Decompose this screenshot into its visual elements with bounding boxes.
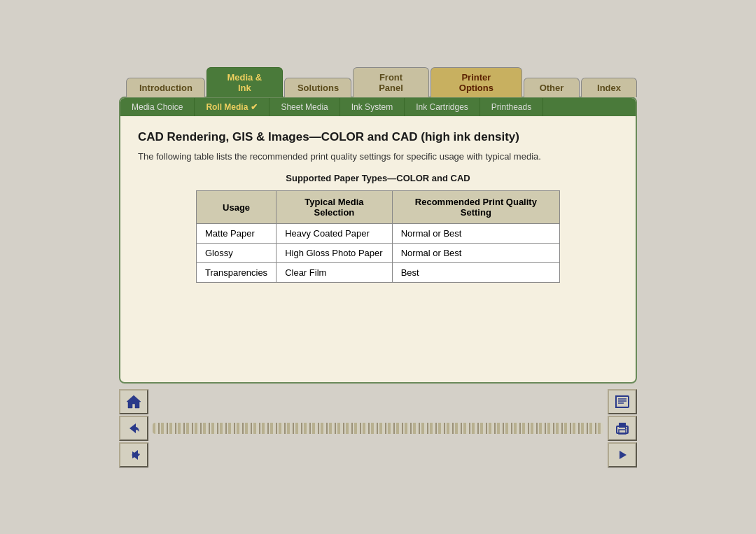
svg-point-10 (625, 428, 626, 429)
cell-media-2: High Gloss Photo Paper (276, 244, 393, 263)
table-title: Supported Paper Types—COLOR and CAD (138, 173, 618, 183)
back-icon (125, 421, 142, 436)
tab-front-panel[interactable]: Front Panel (353, 67, 428, 97)
tab-index[interactable]: Index (581, 78, 637, 97)
cell-quality-1: Normal or Best (392, 224, 559, 244)
col-header-media: Typical Media Selection (276, 191, 393, 224)
page-content: CAD Rendering, GIS & Images—COLOR and CA… (120, 116, 636, 382)
tab-solutions[interactable]: Solutions (284, 78, 351, 97)
svg-rect-8 (619, 423, 626, 428)
cell-media-1: Heavy Coated Paper (276, 224, 393, 244)
main-container: Introduction Media & Ink Solutions Front… (119, 66, 637, 468)
paper-types-table: Usage Typical Media Selection Recommende… (196, 190, 560, 283)
col-header-usage: Usage (197, 191, 276, 224)
sub-tab-sheet-media[interactable]: Sheet Media (270, 98, 340, 116)
cell-usage-1: Matte Paper (197, 224, 276, 244)
tab-media-ink[interactable]: Media & Ink (206, 67, 283, 97)
contents-icon (614, 394, 631, 409)
tab-other[interactable]: Other (524, 78, 580, 97)
table-row: Transparencies Clear Film Best (197, 263, 560, 283)
svg-rect-2 (616, 396, 629, 407)
table-row: Glossy High Gloss Photo Paper Normal or … (197, 244, 560, 263)
bottom-nav (119, 389, 637, 468)
main-content-box: Media Choice Roll Media ✔ Sheet Media In… (119, 97, 637, 384)
tab-printer-options[interactable]: Printer Options (430, 67, 522, 97)
tab-introduction[interactable]: Introduction (126, 78, 205, 97)
sub-tab-media-choice[interactable]: Media Choice (120, 98, 195, 116)
forward-button[interactable] (119, 442, 148, 468)
forward-icon (125, 447, 142, 463)
cell-usage-2: Glossy (197, 244, 276, 263)
next-button[interactable] (608, 442, 637, 468)
sub-tab-bar: Media Choice Roll Media ✔ Sheet Media In… (120, 98, 636, 116)
home-button[interactable] (119, 389, 148, 414)
col-header-quality: Recommended Print Quality Setting (392, 191, 559, 224)
next-icon (614, 447, 631, 463)
contents-button[interactable] (608, 389, 637, 414)
table-row: Matte Paper Heavy Coated Paper Normal or… (197, 224, 560, 244)
sub-tab-ink-cartridges[interactable]: Ink Cartridges (405, 98, 480, 116)
page-title: CAD Rendering, GIS & Images—COLOR and CA… (138, 130, 618, 144)
left-nav-buttons (119, 389, 148, 468)
spiral-inner (153, 423, 603, 434)
print-button[interactable] (608, 416, 637, 441)
home-icon (125, 394, 142, 409)
print-icon (614, 421, 631, 436)
cell-usage-3: Transparencies (197, 263, 276, 283)
svg-marker-0 (127, 395, 141, 408)
sub-tab-printheads[interactable]: Printheads (480, 98, 543, 116)
sub-tab-ink-system[interactable]: Ink System (340, 98, 405, 116)
spiral-decoration (153, 421, 603, 435)
svg-marker-11 (620, 451, 626, 459)
cell-media-3: Clear Film (276, 263, 393, 283)
cell-quality-3: Best (392, 263, 559, 283)
roll-media-checkmark: ✔ (251, 102, 258, 112)
intro-paragraph: The following table lists the recommende… (138, 151, 618, 162)
cell-quality-2: Normal or Best (392, 244, 559, 263)
sub-tab-roll-media[interactable]: Roll Media ✔ (195, 98, 270, 116)
top-tab-bar: Introduction Media & Ink Solutions Front… (119, 66, 637, 97)
back-button[interactable] (119, 416, 148, 441)
right-nav-buttons (608, 389, 637, 468)
